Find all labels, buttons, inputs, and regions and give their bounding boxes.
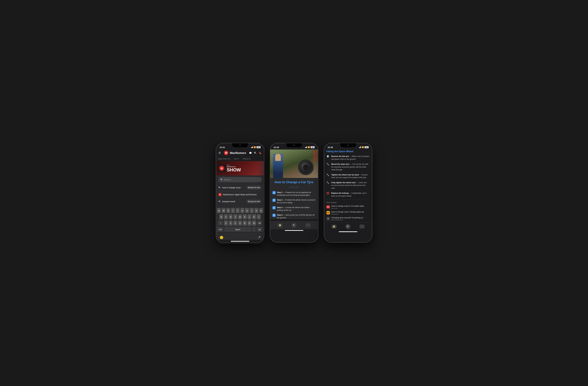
source-2[interactable]: AA How to change a tyre | Simple guide w… xyxy=(326,211,370,215)
shift-key[interactable]: ⇧ xyxy=(218,221,223,226)
suggestion-1-text: how to change a tyre xyxy=(222,186,241,189)
key-f[interactable]: f xyxy=(233,214,237,220)
tab-icon-3-1[interactable]: 🖼️ xyxy=(332,224,336,228)
source-1[interactable]: RAC How to change a tyre in 10 simple st… xyxy=(326,205,370,209)
browse-for-me-btn-2[interactable]: Browse for Me xyxy=(246,200,262,203)
instruction-5-text: Replace the hubcap — If applicable, put … xyxy=(331,192,370,197)
step-2: 2 Step 2 — Position the wheel chocks to … xyxy=(273,199,316,204)
phone-1: 10:31 📶 100 ☰ M MacRumors xyxy=(216,143,264,243)
key-j[interactable]: j xyxy=(248,214,252,220)
key-o[interactable]: o xyxy=(254,208,258,213)
backspace-key[interactable]: ⌫ xyxy=(257,221,262,226)
step-1-text: Step 1 — Prepare the car by applying the… xyxy=(277,191,316,197)
macrumors-logo-icon: M xyxy=(224,150,229,156)
svg-text:M: M xyxy=(221,167,223,170)
banner-the-label: THE xyxy=(227,164,241,166)
wifi-icon-1: 📶 xyxy=(254,146,256,148)
source-2-url: theaa.com xyxy=(331,213,365,215)
signal-icon-1 xyxy=(251,146,253,148)
step-3-text: Step 3 — Loosen the wheel nuts before ja… xyxy=(277,206,316,212)
suggestion-1-left: 🔍 how to change a tyre xyxy=(218,186,241,189)
numbers-key[interactable]: 123 xyxy=(217,227,224,232)
comment-icon[interactable]: 💬 xyxy=(249,152,252,154)
phone-2: 10:30 📶 100 xyxy=(270,143,318,243)
key-e[interactable]: e xyxy=(226,208,230,213)
go-key[interactable]: go xyxy=(256,227,263,232)
key-w[interactable]: w xyxy=(222,208,226,213)
key-t[interactable]: t xyxy=(236,208,240,213)
key-n[interactable]: n xyxy=(248,221,252,226)
macrumors-favicon-icon: M xyxy=(218,193,222,196)
key-z[interactable]: z xyxy=(224,221,228,226)
key-y[interactable]: y xyxy=(240,208,244,213)
key-x[interactable]: x xyxy=(229,221,233,226)
step-4-num: 4 xyxy=(273,214,275,217)
space-key[interactable]: space xyxy=(224,227,252,232)
phone3-content: Fitting the Spare Wheel 🛡️ Remove the fl… xyxy=(324,149,372,221)
search-nav-icon[interactable]: 🔍 xyxy=(254,152,257,154)
browse-for-me-btn-1[interactable]: Browse for Me xyxy=(246,186,262,189)
step-1: 1 Step 1 — Prepare the car by applying t… xyxy=(273,191,316,197)
key-l[interactable]: l xyxy=(257,214,261,220)
tab-ios17[interactable]: iOS 17 xyxy=(232,157,241,161)
key-q[interactable]: q xyxy=(217,208,221,213)
chevron-up-icon[interactable]: ⌃ xyxy=(305,223,311,227)
signal-icon-2 xyxy=(305,146,307,148)
volume-up-button xyxy=(216,153,216,159)
status-icons-2: 📶 100 xyxy=(305,146,315,148)
key-c[interactable]: c xyxy=(233,221,237,226)
camera-dot-2 xyxy=(293,144,295,146)
search-suggestion-2: M MacRumors: Apple News and Rumors xyxy=(218,191,262,198)
key-g[interactable]: g xyxy=(238,214,242,220)
hamburger-icon[interactable]: ☰ xyxy=(218,151,221,155)
key-row-1: q w e r t y u i o p xyxy=(217,208,263,213)
signal-icon-3 xyxy=(359,146,361,148)
tab-apple-vision-pro[interactable]: Apple Vision Pro xyxy=(216,157,232,161)
key-a[interactable]: a xyxy=(219,214,223,220)
emoji-icon[interactable]: 🙂 xyxy=(220,236,223,240)
nav-bar-1: ☰ M MacRumors 💬 🔍 🔖 xyxy=(216,149,264,157)
volume-down-button-3 xyxy=(324,160,324,166)
key-v[interactable]: v xyxy=(238,221,242,226)
step-1-num: 1 xyxy=(273,191,275,194)
tab-icon-1[interactable]: 🖼️ xyxy=(277,223,283,227)
source-1-text-area: How to change a tyre in 10 simple steps … xyxy=(331,205,364,209)
divider-line xyxy=(326,200,370,200)
instruction-3: 🔧 Tighten the wheel nuts by hand — Ensur… xyxy=(326,173,370,179)
chevron-up-icon-3[interactable]: ⌃ xyxy=(359,224,365,228)
time-1: 10:31 xyxy=(220,146,225,148)
instruction-5: ⭕ Replace the hubcap — If applicable, pu… xyxy=(326,192,370,197)
banner-show-label: SHOW xyxy=(227,167,241,172)
source-3-title: Changing tyres yourself: Everything yo..… xyxy=(331,217,364,219)
instruction-2: 🔧 Mount the spare tyre — Line up the rim… xyxy=(326,163,370,171)
key-p[interactable]: p xyxy=(259,208,263,213)
article-header-image xyxy=(270,149,318,178)
period-key[interactable]: . xyxy=(252,227,256,232)
keyboard-bottom-bar-1: 🙂 🎤 xyxy=(216,235,264,240)
svg-text:M: M xyxy=(225,151,227,154)
instruction-4-text: Fully tighten the wheel nuts — Lower the… xyxy=(331,181,370,190)
key-u[interactable]: u xyxy=(245,208,249,213)
phone3-bottom-bar: 🖼️ 🔍 ⌃ xyxy=(324,223,372,230)
key-k[interactable]: k xyxy=(252,214,256,220)
key-b[interactable]: b xyxy=(243,221,247,226)
search-bottom-icon-3[interactable]: 🔍 xyxy=(345,224,351,229)
search-bottom-icon[interactable]: 🔍 xyxy=(291,223,296,228)
source-3[interactable]: B Changing tyres yourself: Everything yo… xyxy=(326,217,370,221)
bookmark-icon[interactable]: 🔖 xyxy=(259,152,262,154)
tab-iphone15[interactable]: iPhone 15 xyxy=(241,157,252,161)
article-divider: 〰〰〰 xyxy=(273,186,316,189)
search-bar[interactable]: 🔍 Search... xyxy=(218,177,262,182)
search-suggestion-1: 🔍 how to change a tyre Browse for Me xyxy=(218,184,262,191)
instruction-2-text: Mount the spare tyre — Line up the rim w… xyxy=(331,163,370,171)
home-indicator-1 xyxy=(231,241,249,242)
key-h[interactable]: h xyxy=(243,214,247,220)
key-s[interactable]: s xyxy=(224,214,228,220)
key-m[interactable]: m xyxy=(252,221,256,226)
key-d[interactable]: d xyxy=(229,214,233,220)
key-i[interactable]: i xyxy=(250,208,254,213)
wifi-icon-2: 📶 xyxy=(308,146,310,148)
phones-container: 10:31 📶 100 ☰ M MacRumors xyxy=(216,143,372,243)
key-r[interactable]: r xyxy=(231,208,235,213)
microphone-icon[interactable]: 🎤 xyxy=(257,236,261,239)
